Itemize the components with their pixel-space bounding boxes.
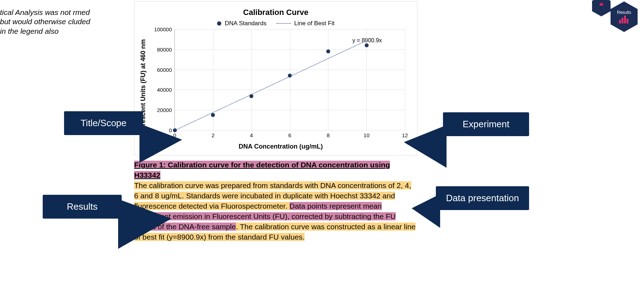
caption-title: Figure 1: Calibration curve for the dete… <box>134 161 390 179</box>
legend-label-b: Line of Best Fit <box>294 20 334 27</box>
y-tick-label: 40000 <box>157 87 172 93</box>
data-point <box>288 74 292 77</box>
x-tick-label: 6 <box>288 132 291 138</box>
callout-results: Results <box>43 195 122 219</box>
data-point <box>249 94 253 98</box>
svg-rect-2 <box>624 16 626 23</box>
figure-caption: Figure 1: Calibration curve for the dete… <box>134 160 417 242</box>
dot-icon <box>217 21 221 26</box>
gridline <box>328 29 328 130</box>
gridline <box>175 29 175 130</box>
triangle-icon <box>412 194 440 228</box>
data-point <box>326 49 330 53</box>
dash-icon <box>276 23 291 24</box>
plot-wrap: Fluorescent Units (FU) at 460 nm DNA Con… <box>152 29 410 149</box>
chart-legend: DNA Standards Line of Best Fit <box>134 20 417 27</box>
y-tick-label: 100000 <box>154 26 172 32</box>
callout-title-scope: Title/Scope <box>64 111 143 135</box>
quote-icon: ❝ <box>592 0 611 16</box>
x-tick-label: 8 <box>327 132 329 138</box>
x-tick-label: 4 <box>250 132 253 138</box>
legend-item-fit: Line of Best Fit <box>276 20 334 27</box>
gridline <box>175 130 405 130</box>
triangle-icon <box>404 125 447 168</box>
svg-rect-1 <box>622 18 623 23</box>
line-of-best-fit <box>175 40 367 131</box>
x-tick-label: 10 <box>364 132 370 138</box>
callout-label: Results <box>67 201 98 212</box>
results-badge-label: Results <box>617 10 631 15</box>
callout-label: Title/Scope <box>80 118 126 128</box>
y-tick-label: 60000 <box>157 66 172 73</box>
triangle-icon <box>118 199 171 249</box>
equation-annotation: y = 8900.9x <box>352 37 382 44</box>
callout-experiment: Experiment <box>443 112 529 136</box>
gridline <box>405 29 405 130</box>
svg-rect-0 <box>619 20 621 23</box>
x-tick-label: 2 <box>212 132 215 138</box>
callout-data-presentation: Data presentation <box>436 186 529 210</box>
gridline <box>252 29 252 130</box>
results-badge: Results <box>611 1 638 32</box>
y-tick-label: 80000 <box>157 46 172 52</box>
legend-item-standards: DNA Standards <box>217 20 266 27</box>
data-point <box>211 113 215 117</box>
callout-label: Data presentation <box>446 193 519 203</box>
data-point <box>365 43 369 47</box>
gridline <box>290 29 290 130</box>
bar-chart-icon <box>619 16 629 23</box>
svg-rect-3 <box>627 19 628 23</box>
slide-root: tical Analysis was not rmed but would ot… <box>0 0 644 284</box>
cutoff-note: tical Analysis was not rmed but would ot… <box>0 8 93 36</box>
x-axis-label: DNA Concentration (ug/mL) <box>239 143 323 150</box>
callout-label: Experiment <box>463 119 510 129</box>
plot-area: y = 8900.9x 0200004000060000800001000000… <box>174 29 405 130</box>
chart-title: Calibration Curve <box>134 8 417 17</box>
triangle-icon <box>139 124 182 163</box>
y-tick-label: 20000 <box>157 107 172 113</box>
legend-label-a: DNA Standards <box>225 20 266 27</box>
